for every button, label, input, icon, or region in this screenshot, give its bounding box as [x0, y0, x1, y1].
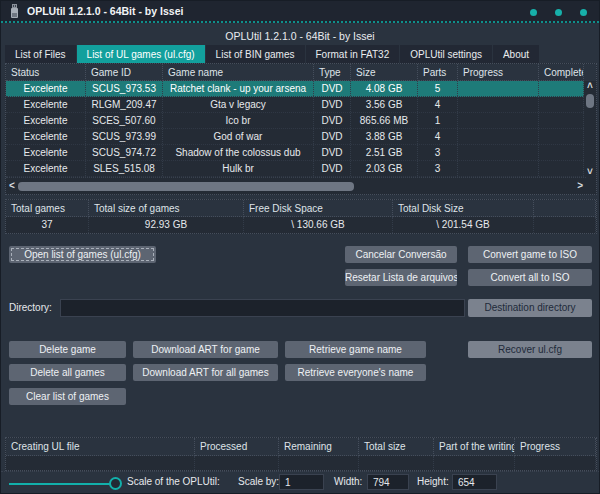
table-cell: [458, 81, 539, 96]
height-input[interactable]: [452, 474, 497, 490]
tab-oplutil-settings[interactable]: OPLUtil settings: [400, 45, 492, 64]
table-cell: 3.88 GB: [351, 129, 418, 144]
maximize-dot-icon[interactable]: [555, 9, 562, 16]
width-input[interactable]: [367, 474, 409, 490]
table-cell: [539, 113, 584, 128]
table-row[interactable]: ExcelenteSCUS_973.99God of warDVD3.88 GB…: [6, 129, 596, 145]
column-header-remaining: Remaining: [279, 438, 359, 456]
table-cell: 4.08 GB: [351, 81, 418, 96]
table-row[interactable]: ExcelenteSCUS_973.53Ratchet clank - up y…: [6, 81, 596, 97]
reset-file-list-button[interactable]: Resetar Lista de arquivos: [345, 269, 457, 286]
table-cell: Excelente: [6, 145, 86, 160]
close-dot-icon[interactable]: [580, 9, 587, 16]
table-cell: Excelente: [6, 81, 86, 96]
column-header-progress[interactable]: Progress: [458, 64, 539, 81]
column-header-parts[interactable]: Parts: [418, 64, 458, 81]
table-cell: DVD: [314, 81, 351, 96]
table-cell: 3.56 GB: [351, 97, 418, 112]
convert-game-to-iso-button[interactable]: Convert game to ISO: [468, 246, 592, 263]
retrieve-game-name-button[interactable]: Retrieve game name: [285, 341, 426, 358]
clear-list-of-games-button[interactable]: Clear list of games: [9, 388, 126, 405]
horizontal-scrollbar-thumb[interactable]: [18, 182, 354, 191]
table-cell: SCUS_973.99: [86, 129, 163, 144]
column-header-game-name[interactable]: Game name: [163, 64, 314, 81]
table-row[interactable]: ExcelenteSCUS_974.72Shadow of the coloss…: [6, 145, 596, 161]
column-header-creating-ul-file: Creating UL file: [6, 438, 195, 456]
table-cell: 4: [418, 97, 458, 112]
scale-by-label: Scale by:: [238, 476, 279, 487]
table-cell: DVD: [314, 113, 351, 128]
directory-label: Directory:: [9, 302, 52, 313]
table-cell: DVD: [314, 129, 351, 144]
table-cell: 3: [418, 161, 458, 176]
table-cell: 37: [6, 217, 89, 233]
table-cell: God of war: [163, 129, 314, 144]
column-header-total-disk-size: Total Disk Size: [393, 200, 534, 217]
delete-all-games-button[interactable]: Delete all games: [9, 364, 126, 381]
download-art-for-all-games-button[interactable]: Download ART for all games: [133, 364, 278, 381]
open-list-of-games-button[interactable]: Open list of games (ul.cfg): [9, 246, 156, 263]
table-row[interactable]: 3792.93 GB\ 130.66 GB\ 201.54 GB: [6, 217, 596, 233]
table-cell: \ 130.66 GB: [244, 217, 393, 233]
window-title: OPLUtil 1.2.1.0 - 64Bit - by Issei: [27, 5, 183, 17]
table-cell: DVD: [314, 97, 351, 112]
table-cell: [458, 113, 539, 128]
table-cell: 4: [418, 129, 458, 144]
progress-table: Creating UL file Processed Remaining Tot…: [5, 437, 597, 471]
minimize-dot-icon[interactable]: [530, 9, 537, 16]
tab-about[interactable]: About: [493, 45, 539, 64]
scale-slider[interactable]: [9, 477, 122, 491]
title-bar: OPLUtil 1.2.1.0 - 64Bit - by Issei: [1, 1, 599, 23]
progress-table-body: [6, 456, 596, 470]
cancel-conversion-button[interactable]: Cancelar Conversão: [345, 246, 457, 263]
scale-slider-handle[interactable]: [109, 477, 122, 490]
table-cell: 3: [418, 145, 458, 160]
page-title: OPLUtil 1.2.1.0 - 64Bit - by Issei: [1, 30, 599, 42]
scroll-down-icon[interactable]: ˅: [587, 167, 593, 177]
column-header-game-id[interactable]: Game ID: [86, 64, 163, 81]
scale-by-input[interactable]: [279, 474, 324, 490]
table-cell: [534, 217, 596, 233]
column-header-complete-path[interactable]: Complete pat: [539, 64, 584, 81]
tab-list-of-ul-games[interactable]: List of UL games (ul.cfg): [77, 45, 205, 64]
tab-list-of-bin-games[interactable]: List of BIN games: [206, 45, 305, 64]
column-header-total-games: Total games: [6, 200, 89, 217]
totals-table-body: 3792.93 GB\ 130.66 GB\ 201.54 GB: [6, 217, 596, 233]
destination-directory-button[interactable]: Destination directory: [468, 299, 592, 317]
convert-all-to-iso-button[interactable]: Convert all to ISO: [468, 269, 592, 286]
table-cell: 5: [418, 81, 458, 96]
scroll-right-icon[interactable]: ˃: [577, 181, 583, 191]
table-cell: [458, 145, 539, 160]
table-cell: Excelente: [6, 129, 86, 144]
column-header-size[interactable]: Size: [351, 64, 418, 81]
table-cell: Excelente: [6, 113, 86, 128]
tab-list-of-files[interactable]: List of Files: [5, 45, 76, 64]
column-header-part-of-writing: Part of the writing: [434, 438, 515, 456]
column-header-status[interactable]: Status: [6, 64, 86, 81]
directory-input[interactable]: [60, 299, 465, 317]
recover-ulcfg-button[interactable]: Recover ul.cfg: [468, 341, 592, 358]
vertical-scrollbar-thumb[interactable]: [586, 94, 594, 108]
column-header-type[interactable]: Type: [314, 64, 351, 81]
table-row[interactable]: ExcelenteRLGM_209.47Gta v legacyDVD3.56 …: [6, 97, 596, 113]
table-row[interactable]: ExcelenteSCES_507.60Ico brDVD865.66 MB1: [6, 113, 596, 129]
scroll-up-icon[interactable]: ˄: [587, 81, 593, 91]
table-cell: [458, 129, 539, 144]
table-cell: RLGM_209.47: [86, 97, 163, 112]
table-cell: Excelente: [6, 97, 86, 112]
column-header-progress-2: Progress: [515, 438, 596, 456]
column-header-empty: [534, 200, 596, 217]
delete-game-button[interactable]: Delete game: [9, 341, 126, 358]
table-cell: [539, 97, 584, 112]
horizontal-scrollbar[interactable]: ˂ ˃: [6, 177, 586, 194]
tab-format-in-fat32[interactable]: Format in FAT32: [306, 45, 400, 64]
table-cell: 1: [418, 113, 458, 128]
games-table-body: ExcelenteSCUS_973.53Ratchet clank - up y…: [6, 81, 596, 177]
table-row[interactable]: [6, 456, 596, 470]
download-art-for-game-button[interactable]: Download ART for game: [133, 341, 278, 358]
scroll-left-icon[interactable]: ˂: [9, 181, 15, 191]
retrieve-everyones-name-button[interactable]: Retrieve everyone's name: [285, 364, 426, 381]
table-cell: Ratchet clank - up your arsena: [163, 81, 314, 96]
vertical-scrollbar[interactable]: ˄ ˅: [584, 81, 596, 177]
table-row[interactable]: ExcelenteSLES_515.08Hulk brDVD2.03 GB3: [6, 161, 596, 177]
